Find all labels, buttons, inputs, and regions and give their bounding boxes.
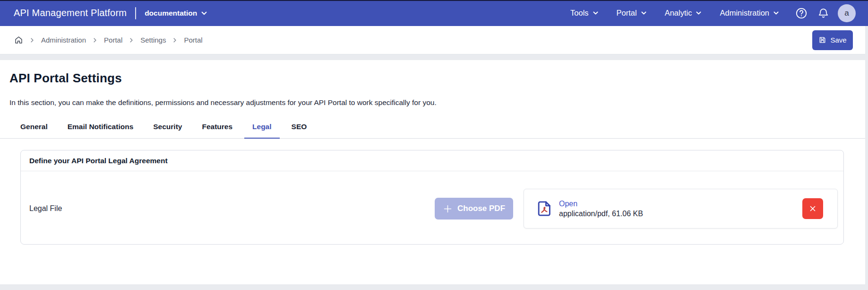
- tab-legal[interactable]: Legal: [244, 117, 279, 139]
- main-content: API Portal Settings In this section, you…: [0, 60, 865, 284]
- tab-features[interactable]: Features: [194, 117, 241, 139]
- chevron-right-icon: [172, 37, 178, 43]
- nav-menu-label: Analytic: [665, 9, 692, 18]
- breadcrumb: Administration Portal Settings Portal: [14, 35, 203, 45]
- file-meta: application/pdf, 61.06 KB: [559, 210, 643, 218]
- brand-divider: [135, 7, 136, 19]
- card-body: Legal File Choose PDF: [21, 171, 843, 246]
- top-navbar: API Management Platform documentation To…: [0, 0, 868, 26]
- page-title: API Portal Settings: [9, 71, 856, 86]
- tab-general[interactable]: General: [12, 117, 56, 139]
- settings-tabs: General Email Notifications Security Fea…: [0, 117, 865, 139]
- nav-menu-label: Tools: [570, 9, 589, 18]
- chevron-right-icon: [92, 37, 98, 43]
- window-top-edge: [0, 0, 868, 1]
- tab-seo[interactable]: SEO: [284, 117, 315, 139]
- file-text: Open application/pdf, 61.06 KB: [559, 200, 643, 218]
- app-title: API Management Platform: [14, 8, 127, 18]
- user-avatar[interactable]: a: [838, 4, 856, 22]
- legal-agreement-card: Define your API Portal Legal Agreement L…: [20, 150, 844, 245]
- page-description: In this section, you can make the defini…: [9, 98, 856, 107]
- choose-pdf-button[interactable]: Choose PDF: [435, 198, 513, 220]
- uploaded-file-chip: Open application/pdf, 61.06 KB: [524, 189, 838, 228]
- workspace-label: documentation: [145, 9, 197, 18]
- chevron-right-icon: [129, 37, 134, 43]
- workspace-dropdown[interactable]: documentation: [145, 9, 207, 18]
- nav-menu-label: Administration: [720, 9, 769, 18]
- chevron-down-icon: [593, 10, 599, 16]
- bell-icon[interactable]: [816, 6, 830, 20]
- nav-menu-tools[interactable]: Tools: [570, 9, 599, 18]
- chevron-down-icon: [201, 10, 207, 17]
- chevron-down-icon: [641, 10, 647, 16]
- upload-group: Choose PDF Open applic: [435, 189, 838, 228]
- chevron-right-icon: [29, 37, 35, 43]
- home-icon[interactable]: [14, 35, 23, 45]
- tab-security[interactable]: Security: [145, 117, 190, 139]
- save-button-label: Save: [830, 36, 846, 44]
- card-header: Define your API Portal Legal Agreement: [21, 150, 843, 171]
- chevron-down-icon: [773, 10, 779, 16]
- breadcrumb-item-portal[interactable]: Portal: [104, 36, 122, 44]
- nav-menu-portal[interactable]: Portal: [617, 9, 647, 18]
- file-info: Open application/pdf, 61.06 KB: [536, 200, 643, 218]
- breadcrumb-item-settings[interactable]: Settings: [140, 36, 166, 44]
- plus-icon: [443, 204, 453, 214]
- breadcrumb-item-current: Portal: [184, 36, 202, 44]
- nav-menu-label: Portal: [617, 9, 637, 18]
- legal-file-label: Legal File: [29, 204, 62, 213]
- save-icon: [818, 36, 826, 44]
- open-file-link[interactable]: Open: [559, 200, 643, 208]
- save-button[interactable]: Save: [812, 30, 853, 50]
- close-icon: [808, 204, 817, 213]
- breadcrumb-bar: Administration Portal Settings Portal Sa…: [0, 26, 865, 54]
- remove-file-button[interactable]: [802, 198, 823, 219]
- nav-menu-administration[interactable]: Administration: [720, 9, 779, 18]
- choose-pdf-label: Choose PDF: [457, 204, 505, 213]
- pdf-file-icon: [536, 200, 553, 217]
- avatar-letter: a: [844, 9, 849, 18]
- nav-menu-analytic[interactable]: Analytic: [665, 9, 702, 18]
- chevron-down-icon: [696, 10, 702, 16]
- breadcrumb-item-administration[interactable]: Administration: [41, 36, 86, 44]
- help-icon[interactable]: [794, 6, 808, 20]
- tab-email-notifications[interactable]: Email Notifications: [60, 117, 142, 139]
